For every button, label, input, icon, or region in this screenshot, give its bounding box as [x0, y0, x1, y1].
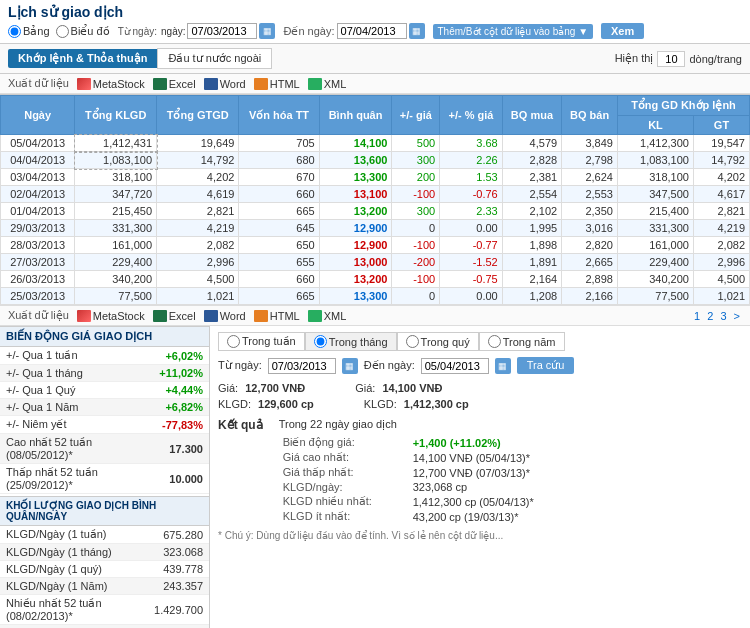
- to-date-input[interactable]: [337, 23, 407, 39]
- page-2-link[interactable]: 2: [707, 310, 713, 322]
- cell-pm-gia: -100: [392, 271, 440, 288]
- cell-klgd: 347,720: [75, 186, 157, 203]
- from-date-input[interactable]: [187, 23, 257, 39]
- add-col-button[interactable]: Thêm/Bớt cột dữ liệu vào bảng ▼: [433, 24, 594, 39]
- biendong-value: +6,02%: [153, 347, 209, 365]
- khoiluong-row: KLGD/Ngày (1 Năm) 243.357: [0, 578, 209, 595]
- khoiluong-label: KLGD/Ngày (1 tuần): [0, 526, 148, 544]
- period-radio-2[interactable]: [406, 335, 419, 348]
- biendong-row: +/- Qua 1 tuần +6,02%: [0, 347, 209, 365]
- cell-kl: 77,500: [617, 288, 693, 305]
- export-excel-btn-bot[interactable]: Excel: [153, 310, 196, 322]
- table-row: 01/04/2013 215,450 2,821 665 13,200 300 …: [1, 203, 750, 220]
- period-radio-1[interactable]: [314, 335, 327, 348]
- page-3-link[interactable]: 3: [720, 310, 726, 322]
- from-cal-rb[interactable]: ▦: [342, 358, 358, 374]
- cell-kl: 1,412,300: [617, 135, 693, 152]
- hien-thi-unit: dòng/trang: [689, 53, 742, 65]
- hien-thi-count[interactable]: [657, 51, 685, 67]
- cell-klgd: 340,200: [75, 271, 157, 288]
- export-excel-btn-top[interactable]: Excel: [153, 78, 196, 90]
- cell-ngay: 28/03/2013: [1, 237, 75, 254]
- result-label: Giá thấp nhất:: [279, 465, 409, 480]
- klgd-high-block: KLGD: 1,412,300 cp: [364, 398, 469, 410]
- radio-bang[interactable]: [8, 25, 21, 38]
- table-row: 02/04/2013 347,720 4,619 660 13,100 -100…: [1, 186, 750, 203]
- period-radio-0[interactable]: [227, 335, 240, 348]
- cell-kl: 331,300: [617, 220, 693, 237]
- radio-bieudo[interactable]: [56, 25, 69, 38]
- pagination: 1 2 3 >: [692, 310, 742, 322]
- klgd-thap-label: KLGD:: [218, 398, 251, 410]
- view-button[interactable]: Xem: [601, 23, 644, 39]
- cell-pm-pct: -0.76: [440, 186, 503, 203]
- cell-vonhoa: 660: [239, 186, 319, 203]
- cell-bq-ban: 2,798: [562, 152, 618, 169]
- khoiluong-table: KLGD/Ngày (1 tuần) 675.280 KLGD/Ngày (1 …: [0, 526, 209, 628]
- word-icon-bot: [204, 310, 218, 322]
- export-xml-btn-top[interactable]: XML: [308, 78, 347, 90]
- th-binh-quan: Bình quân: [319, 96, 392, 135]
- to-cal-rb[interactable]: ▦: [495, 358, 511, 374]
- khoiluong-label: KLGD/Ngày (1 tháng): [0, 544, 148, 561]
- xml-icon-top: [308, 78, 322, 90]
- price-low-block: Giá: 12,700 VNĐ: [218, 382, 305, 394]
- cell-pm-gia: 0: [392, 220, 440, 237]
- biendong-value: +4,44%: [153, 382, 209, 399]
- biendong-label: Thấp nhất 52 tuần (25/09/2012)*: [0, 464, 153, 494]
- right-bottom-panel: Trong tuầnTrong thángTrong quýTrong năm …: [210, 326, 750, 628]
- tab-khop-lenh[interactable]: Khớp lệnh & Thỏa thuận: [8, 49, 157, 68]
- table-row: 27/03/2013 229,400 2,996 655 13,000 -200…: [1, 254, 750, 271]
- khoiluong-label: KLGD/Ngày (1 quý): [0, 561, 148, 578]
- cell-binhquan: 13,000: [319, 254, 392, 271]
- page-1-link[interactable]: 1: [694, 310, 700, 322]
- cell-klgd: 215,450: [75, 203, 157, 220]
- cell-pm-pct: 0.00: [440, 288, 503, 305]
- from-date-rb[interactable]: [268, 358, 336, 374]
- klgd-cao-label: KLGD:: [364, 398, 397, 410]
- export-html-btn-top[interactable]: HTML: [254, 78, 300, 90]
- biendong-label: +/- Qua 1 tháng: [0, 365, 153, 382]
- export-word-btn-bot[interactable]: Word: [204, 310, 246, 322]
- khoiluong-value: 439.778: [148, 561, 209, 578]
- to-date-section: Đến ngày: ▦: [283, 23, 424, 39]
- cell-pm-gia: 0: [392, 288, 440, 305]
- cell-bq-mua: 1,898: [502, 237, 561, 254]
- export-metastock-btn-bot[interactable]: MetaStock: [77, 310, 145, 322]
- period-radio-3[interactable]: [488, 335, 501, 348]
- cell-gt: 2,082: [693, 237, 749, 254]
- to-label-rb: Đến ngày:: [364, 359, 415, 372]
- tab-dau-tu-nn[interactable]: Đầu tư nước ngoài: [157, 48, 272, 69]
- cell-gt: 2,821: [693, 203, 749, 220]
- metastock-icon-top: [77, 78, 91, 90]
- biendong-section-title: BIẾN ĐỘNG GIÁ GIAO DỊCH: [0, 326, 209, 347]
- result-label: KLGD nhiều nhất:: [279, 494, 409, 509]
- cell-ngay: 27/03/2013: [1, 254, 75, 271]
- cell-klgd: 318,100: [75, 169, 157, 186]
- cell-kl: 229,400: [617, 254, 693, 271]
- cell-ngay: 03/04/2013: [1, 169, 75, 186]
- th-von-hoa: Vốn hóa TT: [239, 96, 319, 135]
- cell-bq-ban: 3,016: [562, 220, 618, 237]
- cell-binhquan: 12,900: [319, 220, 392, 237]
- hien-thi-label: Hiện thị: [615, 52, 654, 65]
- cell-ngay: 29/03/2013: [1, 220, 75, 237]
- export-xml-btn-bot[interactable]: XML: [308, 310, 347, 322]
- to-calendar-icon[interactable]: ▦: [409, 23, 425, 39]
- period-tab-label-3: Trong năm: [503, 336, 556, 348]
- cell-gtgd: 1,021: [157, 288, 239, 305]
- to-date-rb[interactable]: [421, 358, 489, 374]
- cell-vonhoa: 660: [239, 271, 319, 288]
- from-calendar-icon[interactable]: ▦: [259, 23, 275, 39]
- cell-bq-mua: 1,208: [502, 288, 561, 305]
- cell-gtgd: 2,996: [157, 254, 239, 271]
- export-word-btn-top[interactable]: Word: [204, 78, 246, 90]
- radio-bieudo-label[interactable]: Biểu đồ: [56, 25, 110, 38]
- export-metastock-btn-top[interactable]: MetaStock: [77, 78, 145, 90]
- tra-cuu-button[interactable]: Tra cứu: [517, 357, 575, 374]
- export-html-btn-bot[interactable]: HTML: [254, 310, 300, 322]
- khoiluong-row: KLGD/Ngày (1 tháng) 323.068: [0, 544, 209, 561]
- cell-klgd: 1,412,431: [75, 135, 157, 152]
- th-tong-gd-kl: Tổng GD Khớp lệnh: [617, 96, 749, 116]
- radio-bang-label[interactable]: Bảng: [8, 25, 50, 38]
